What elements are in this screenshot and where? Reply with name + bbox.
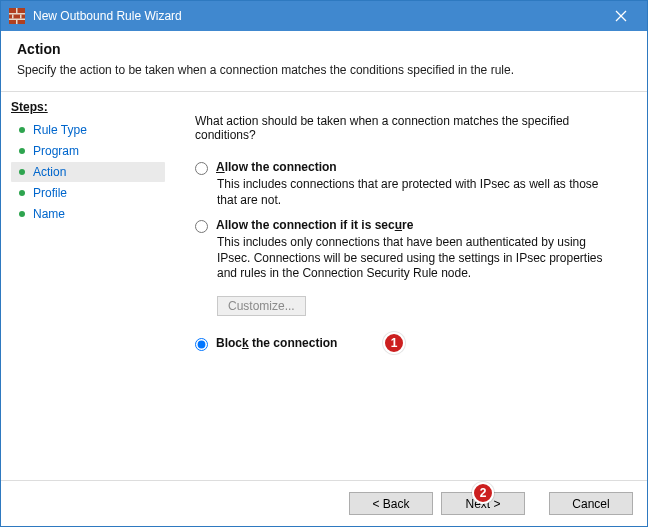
bullet-icon: [19, 127, 25, 133]
wizard-header: Action Specify the action to be taken wh…: [1, 31, 647, 92]
bullet-icon: [19, 190, 25, 196]
bullet-icon: [19, 211, 25, 217]
step-action[interactable]: Action: [11, 162, 165, 182]
firewall-icon: [9, 8, 25, 24]
step-program[interactable]: Program: [11, 141, 165, 161]
customize-button: Customize...: [217, 296, 306, 316]
step-profile[interactable]: Profile: [11, 183, 165, 203]
next-button[interactable]: Next >: [441, 492, 525, 515]
wizard-window: New Outbound Rule Wizard Action Specify …: [0, 0, 648, 527]
step-rule-type[interactable]: Rule Type: [11, 120, 165, 140]
svg-rect-1: [9, 13, 25, 15]
steps-sidebar: Steps: Rule Type Program Action Profile …: [1, 92, 171, 480]
page-subtitle: Specify the action to be taken when a co…: [17, 63, 631, 77]
prompt-text: What action should be taken when a conne…: [195, 114, 623, 142]
svg-rect-2: [9, 19, 25, 21]
back-button[interactable]: < Back: [349, 492, 433, 515]
svg-rect-4: [12, 15, 14, 19]
svg-rect-5: [20, 15, 22, 19]
step-label: Action: [33, 165, 66, 179]
annotation-badge-1: 1: [383, 332, 405, 354]
option-block-label[interactable]: Block the connection: [216, 336, 337, 350]
wizard-body: Steps: Rule Type Program Action Profile …: [1, 92, 647, 480]
close-icon: [615, 10, 627, 22]
radio-block[interactable]: [195, 338, 208, 351]
step-label: Name: [33, 207, 65, 221]
close-button[interactable]: [601, 1, 641, 31]
svg-rect-6: [16, 20, 18, 24]
bullet-icon: [19, 148, 25, 154]
wizard-footer: < Back Next > 2 Cancel: [1, 480, 647, 526]
option-allow-secure-row: Allow the connection if it is secure: [195, 218, 623, 233]
step-name[interactable]: Name: [11, 204, 165, 224]
cancel-button[interactable]: Cancel: [549, 492, 633, 515]
next-button-wrap: Next > 2: [441, 492, 525, 515]
bullet-icon: [19, 169, 25, 175]
page-title: Action: [17, 41, 631, 57]
titlebar: New Outbound Rule Wizard: [1, 1, 647, 31]
option-allow-secure-label[interactable]: Allow the connection if it is secure: [216, 218, 413, 232]
step-label: Program: [33, 144, 79, 158]
option-block-row: Block the connection 1: [195, 336, 623, 351]
svg-rect-3: [16, 8, 18, 13]
main-panel: What action should be taken when a conne…: [171, 92, 647, 480]
steps-heading: Steps:: [11, 100, 171, 114]
radio-allow-secure[interactable]: [195, 220, 208, 233]
option-allow-row: Allow the connection: [195, 160, 623, 175]
radio-allow[interactable]: [195, 162, 208, 175]
option-allow-secure-desc: This includes only connections that have…: [217, 235, 617, 282]
step-label: Rule Type: [33, 123, 87, 137]
step-label: Profile: [33, 186, 67, 200]
window-title: New Outbound Rule Wizard: [33, 9, 601, 23]
option-allow-desc: This includes connections that are prote…: [217, 177, 617, 208]
option-allow-label[interactable]: Allow the connection: [216, 160, 337, 174]
